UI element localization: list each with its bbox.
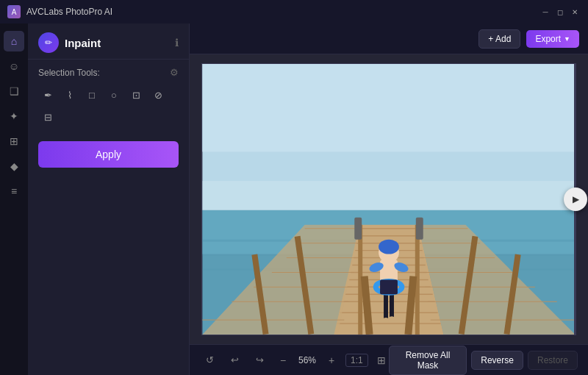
mask-tool-btn[interactable]: ⊘ [148,85,168,104]
tools-header: ✏ Inpaint ℹ [28,24,189,60]
zoom-value: 56% [294,355,320,365]
minimize-button[interactable]: ─ [539,6,551,18]
zoom-ratio-btn[interactable]: 1:1 [345,354,368,367]
sidebar-face[interactable]: ☺ [4,56,24,76]
pen-tool-btn[interactable]: ✒ [38,85,57,104]
reverse-button[interactable]: Reverse [471,351,523,370]
zoom-in-btn[interactable]: + [323,352,340,368]
top-bar: + Add Export ▼ [190,24,588,54]
canvas-area[interactable]: ▶ [190,54,588,344]
tool-avatar: ✏ [38,32,59,53]
main-layout: ⌂ ☺ ❑ ✦ ⊞ ◆ ≡ ✏ Inpaint ℹ Selection Tool… [0,24,588,375]
selection-tools-row: Selection Tools: ⚙ [28,60,189,82]
fit-screen-btn[interactable]: ⊞ [374,353,389,368]
titlebar-left: A AVCLabs PhotoPro AI [7,5,112,18]
undo-btn[interactable]: ↩ [225,351,244,370]
export-chevron-icon: ▼ [564,35,570,43]
close-button[interactable]: ✕ [569,6,581,18]
tools-panel: ✏ Inpaint ℹ Selection Tools: ⚙ ✒ ⌇ □ ○ ⊡… [28,24,190,375]
svg-rect-2 [202,181,575,210]
ellipse-tool-btn[interactable]: ○ [104,85,123,104]
sidebar-puzzle[interactable]: ⊞ [4,131,24,151]
svg-rect-58 [380,279,398,294]
svg-point-50 [383,318,389,322]
info-icon[interactable]: ℹ [175,37,179,49]
tools-header-left: ✏ Inpaint [38,32,101,53]
tools-title: Inpaint [65,37,101,49]
sidebar-layers[interactable]: ❑ [4,81,24,101]
remove-all-mask-button[interactable]: Remove All Mask [389,346,467,375]
app-title: AVCLabs PhotoPro AI [26,7,112,17]
titlebar-controls: ─ ◻ ✕ [539,6,581,18]
selection-tools-label: Selection Tools: [38,68,100,78]
content-area: + Add Export ▼ [190,24,588,375]
export-button[interactable]: Export ▼ [526,30,579,48]
image-container: ▶ [201,63,576,335]
svg-point-51 [389,316,395,321]
rect-tool-btn[interactable]: □ [82,85,101,104]
svg-rect-46 [354,218,362,240]
gear-icon[interactable]: ⚙ [170,67,179,78]
compare-button[interactable]: ▶ [564,188,587,211]
svg-rect-47 [416,218,423,240]
add-button[interactable]: + Add [478,29,520,49]
sidebar-effects[interactable]: ✦ [4,106,24,126]
maximize-button[interactable]: ◻ [554,6,566,18]
top-bar-actions: + Add Export ▼ [478,29,579,49]
bottom-right-controls: Remove All Mask Reverse Restore [389,346,578,375]
expand-tool-btn[interactable]: ⊟ [38,107,57,126]
restore-button[interactable]: Restore [528,351,578,370]
undo-history-btn[interactable]: ↺ [200,351,219,370]
bottom-left-controls: ↺ ↩ ↪ − 56% + 1:1 ⊞ [200,351,389,370]
lasso-tool-btn[interactable]: ⌇ [60,85,79,104]
titlebar: A AVCLabs PhotoPro AI ─ ◻ ✕ [0,0,588,24]
svg-point-57 [379,240,399,254]
apply-button[interactable]: Apply [38,141,179,168]
scene-image [202,64,576,335]
bottom-toolbar: ↺ ↩ ↪ − 56% + 1:1 ⊞ Remove All Mask Reve… [190,344,588,375]
export-label: Export [535,34,561,44]
zoom-out-btn[interactable]: − [275,352,291,368]
sidebar-sliders[interactable]: ≡ [4,181,24,201]
app-icon: A [7,5,21,18]
image-tool-btn[interactable]: ⊡ [126,85,146,104]
zoom-controls: − 56% + [275,352,340,368]
sidebar-home[interactable]: ⌂ [4,31,24,51]
tool-icons-row: ✒ ⌇ □ ○ ⊡ ⊘ ⊟ [28,82,189,134]
sidebar-wand[interactable]: ◆ [4,156,24,176]
left-sidebar: ⌂ ☺ ❑ ✦ ⊞ ◆ ≡ [0,24,28,375]
redo-btn[interactable]: ↪ [250,351,269,370]
svg-rect-1 [202,64,575,151]
